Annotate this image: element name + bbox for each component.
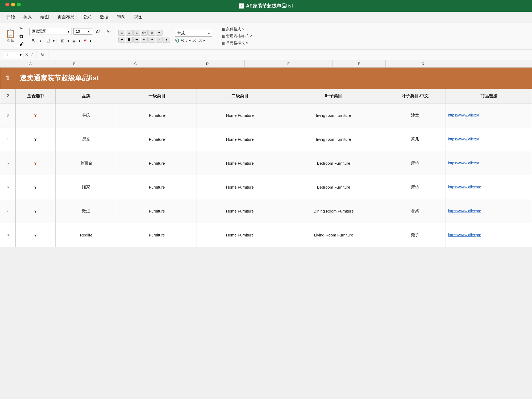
orientation-dropdown[interactable]: ▾ [163, 37, 170, 43]
increase-font-button[interactable]: A↑ [94, 27, 103, 35]
align-top-button[interactable]: ≡ [118, 30, 125, 36]
cancel-formula-button[interactable]: ✕ [25, 52, 28, 57]
cell-cat2[interactable]: Home Furniture [197, 175, 283, 199]
cell-link[interactable]: https://www.aliexpre [446, 223, 532, 247]
menu-start[interactable]: 开始 [3, 13, 19, 21]
font-size-selector[interactable]: 10 ▾ [73, 28, 92, 35]
fill-dropdown[interactable]: ▾ [79, 39, 80, 43]
cell-catcn[interactable]: 床垫 [384, 175, 446, 199]
format-painter-icon[interactable]: 🖌 [19, 41, 24, 47]
cell-cat1[interactable]: Furniture [117, 103, 197, 127]
scissors-icon[interactable]: ✂ [19, 26, 24, 31]
align-bottom-button[interactable]: ≡ [133, 30, 140, 36]
cell-cat3[interactable]: Bedroom Furniture [283, 151, 384, 175]
decimal-decrease-button[interactable]: ←.00 [189, 39, 196, 42]
cell-link[interactable]: https://www.aliexpre [446, 175, 532, 199]
cell-cat1[interactable]: Furniture [117, 223, 197, 247]
orientation-button[interactable]: ↗ [156, 37, 163, 43]
formula-input[interactable] [51, 53, 530, 57]
indent-decrease-button[interactable]: ⇤ [141, 37, 148, 43]
cell-brand[interactable]: 易充 [55, 127, 117, 151]
cell-cat2[interactable]: Home Furniture [197, 199, 283, 223]
align-middle-button[interactable]: ≡ [126, 30, 133, 36]
italic-button[interactable]: I [38, 37, 43, 45]
cell-style-button[interactable]: ▦ 单元格样式 ∨ [220, 40, 254, 46]
decrease-font-button[interactable]: A↓ [104, 27, 113, 35]
cell-cat1[interactable]: Furniture [117, 127, 197, 151]
font-color-button[interactable]: A [81, 38, 89, 44]
cell-brand[interactable]: 顾家 [55, 175, 117, 199]
cell-catcn[interactable]: 凳子 [384, 223, 446, 247]
font-color-dropdown[interactable]: ▾ [90, 39, 91, 43]
cell-cat3[interactable]: Dining Room Furniture [283, 199, 384, 223]
border-dropdown[interactable]: ▾ [68, 39, 69, 43]
cell-brand[interactable]: Redlife [55, 223, 117, 247]
corner-cell[interactable] [0, 60, 13, 67]
cell-cat1[interactable]: Furniture [117, 175, 197, 199]
cell-cat3[interactable]: living room furniture [283, 127, 384, 151]
cell-selected[interactable]: Y [15, 127, 55, 151]
conditional-format-button[interactable]: ▦ 条件格式 ∨ [220, 26, 254, 32]
comma-button[interactable]: , [186, 38, 187, 43]
cell-selected[interactable]: Y [15, 103, 55, 127]
cell-link[interactable]: https://www.aliexpre [446, 199, 532, 223]
cell-selected[interactable]: Y [15, 223, 55, 247]
cell-selected[interactable]: Y [15, 175, 55, 199]
fill-color-button[interactable]: ◈ [70, 37, 78, 44]
copy-icon[interactable]: ⧉ [19, 34, 24, 39]
border-button[interactable]: ⊞ [59, 37, 66, 44]
confirm-formula-button[interactable]: ✓ [30, 52, 34, 57]
cell-link[interactable]: https://www.aliexpr [446, 151, 532, 175]
underline-dropdown[interactable]: ▾ [53, 39, 55, 43]
percent-button[interactable]: % [181, 38, 184, 43]
merge-dropdown[interactable]: ▾ [156, 30, 163, 36]
col-header-f[interactable]: F [332, 60, 386, 67]
col-header-g[interactable]: G [386, 60, 460, 67]
cell-link[interactable]: https://www.aliexpr [446, 127, 532, 151]
col-header-d[interactable]: D [170, 60, 245, 67]
col-header-b[interactable]: B [48, 60, 101, 67]
col-header-c[interactable]: C [101, 60, 170, 67]
cell-catcn[interactable]: 餐桌 [384, 199, 446, 223]
header-catcn[interactable]: 叶子类目-中文 [384, 89, 446, 103]
cell-brand[interactable]: 致远 [55, 199, 117, 223]
merge-button[interactable]: ⊟ [148, 30, 155, 36]
cell-brand[interactable]: 林氏 [55, 103, 117, 127]
header-link[interactable]: 商品链接 [446, 89, 532, 103]
spreadsheet-title-cell[interactable]: 速卖通家装节超级单品list [15, 68, 532, 89]
close-button[interactable] [5, 3, 9, 6]
col-header-a[interactable]: A [13, 60, 48, 67]
cell-catcn[interactable]: 沙发 [384, 103, 446, 127]
cell-cat3[interactable]: Bedroom Furniture [283, 175, 384, 199]
table-style-button[interactable]: ▦ 套用表格格式 ∨ [220, 33, 254, 39]
font-name-selector[interactable]: 微软雅黑 ▾ [29, 28, 72, 35]
cell-cat1[interactable]: Furniture [117, 199, 197, 223]
header-selected[interactable]: 是否选中 [15, 89, 55, 103]
header-cat3[interactable]: 叶子类目 [283, 89, 384, 103]
align-center-button[interactable]: ☰ [126, 37, 133, 43]
currency-button[interactable]: 💱 [175, 38, 180, 43]
cell-catcn[interactable]: 床垫 [384, 151, 446, 175]
wrap-text-button[interactable]: ab↵ [141, 30, 148, 36]
cell-cat2[interactable]: Home Furniture [197, 103, 283, 127]
align-right-button[interactable]: ➡ [133, 37, 140, 43]
decimal-increase-button[interactable]: .00→ [198, 39, 206, 42]
cell-cat3[interactable]: living room furniture [283, 103, 384, 127]
menu-view[interactable]: 视图 [130, 13, 146, 21]
cell-catcn[interactable]: 茶几 [384, 127, 446, 151]
header-brand[interactable]: 品牌 [55, 89, 117, 103]
menu-draw[interactable]: 绘图 [37, 13, 53, 21]
menu-data[interactable]: 数据 [96, 13, 112, 21]
cell-cat3[interactable]: Living Room Furniture [283, 223, 384, 247]
cell-link[interactable]: https://www.aliexpr [446, 103, 532, 127]
cell-cat2[interactable]: Home Furniture [197, 127, 283, 151]
bold-button[interactable]: B [29, 37, 37, 45]
minimize-button[interactable] [11, 3, 15, 6]
indent-increase-button[interactable]: ⇥ [148, 37, 155, 43]
underline-button[interactable]: U [44, 37, 52, 45]
menu-formula[interactable]: 公式 [79, 13, 95, 21]
cell-cat2[interactable]: Home Furniture [197, 223, 283, 247]
header-cat1[interactable]: 一级类目 [117, 89, 197, 103]
cell-reference-box[interactable]: 11 ▾ [2, 52, 23, 58]
cell-brand[interactable]: 梦百合 [55, 151, 117, 175]
